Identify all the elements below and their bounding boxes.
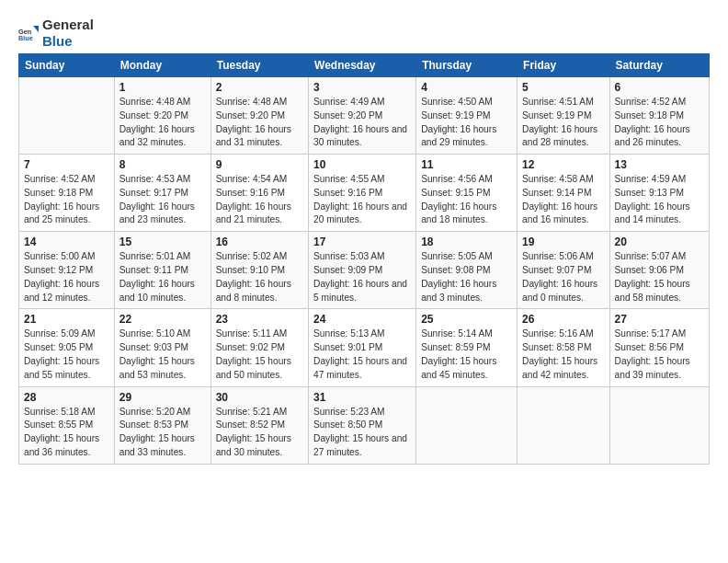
sunrise-line: Sunrise: 5:17 AM bbox=[615, 327, 704, 341]
sunrise-line: Sunrise: 5:23 AM bbox=[313, 406, 411, 419]
daylight-line: Daylight: 15 hours and 42 minutes. bbox=[522, 355, 604, 383]
day-cell: 6 Sunrise: 4:52 AM Sunset: 9:18 PM Dayli… bbox=[609, 77, 709, 155]
logo-text: General Blue bbox=[42, 17, 94, 50]
day-cell bbox=[416, 386, 518, 464]
sunrise-line: Sunrise: 5:01 AM bbox=[119, 250, 206, 264]
day-cell: 7 Sunrise: 4:52 AM Sunset: 9:18 PM Dayli… bbox=[19, 155, 115, 232]
sunset-line: Sunset: 9:16 PM bbox=[216, 187, 303, 201]
date-number: 22 bbox=[119, 313, 206, 326]
date-number: 31 bbox=[313, 391, 411, 404]
sunrise-line: Sunrise: 5:21 AM bbox=[216, 406, 303, 419]
sunrise-line: Sunrise: 4:51 AM bbox=[522, 96, 604, 109]
day-cell: 4 Sunrise: 4:50 AM Sunset: 9:19 PM Dayli… bbox=[416, 77, 518, 155]
daylight-line: Daylight: 16 hours and 18 minutes. bbox=[421, 201, 512, 228]
day-cell: 19 Sunrise: 5:06 AM Sunset: 9:07 PM Dayl… bbox=[518, 232, 609, 309]
date-number: 23 bbox=[216, 313, 303, 326]
day-cell: 31 Sunrise: 5:23 AM Sunset: 8:50 PM Dayl… bbox=[309, 386, 416, 464]
sunrise-line: Sunrise: 4:49 AM bbox=[313, 96, 411, 109]
daylight-line: Daylight: 15 hours and 47 minutes. bbox=[313, 355, 411, 383]
date-number: 7 bbox=[24, 158, 109, 171]
date-number: 15 bbox=[119, 236, 206, 248]
daylight-line: Daylight: 16 hours and 32 minutes. bbox=[119, 123, 206, 151]
daylight-line: Daylight: 16 hours and 3 minutes. bbox=[421, 278, 512, 305]
daylight-line: Daylight: 15 hours and 45 minutes. bbox=[421, 355, 512, 383]
sunset-line: Sunset: 9:05 PM bbox=[24, 341, 109, 355]
date-number: 2 bbox=[216, 81, 303, 94]
sunrise-line: Sunrise: 5:11 AM bbox=[216, 327, 303, 341]
sunset-line: Sunset: 8:56 PM bbox=[615, 341, 704, 355]
sunrise-line: Sunrise: 4:52 AM bbox=[24, 173, 109, 187]
sunrise-line: Sunrise: 4:56 AM bbox=[421, 173, 512, 187]
col-thursday: Thursday bbox=[416, 54, 518, 77]
sunset-line: Sunset: 8:52 PM bbox=[216, 419, 303, 432]
day-cell: 10 Sunrise: 4:55 AM Sunset: 9:16 PM Dayl… bbox=[309, 155, 416, 232]
day-cell: 9 Sunrise: 4:54 AM Sunset: 9:16 PM Dayli… bbox=[210, 155, 308, 232]
sunset-line: Sunset: 9:18 PM bbox=[24, 187, 109, 201]
date-number: 8 bbox=[119, 158, 206, 171]
sunrise-line: Sunrise: 5:13 AM bbox=[313, 327, 411, 341]
day-cell: 1 Sunrise: 4:48 AM Sunset: 9:20 PM Dayli… bbox=[114, 77, 210, 155]
date-number: 19 bbox=[522, 236, 604, 248]
sunset-line: Sunset: 9:14 PM bbox=[522, 187, 604, 201]
date-number: 30 bbox=[216, 391, 303, 404]
calendar-body: 1 Sunrise: 4:48 AM Sunset: 9:20 PM Dayli… bbox=[19, 77, 710, 465]
main-container: Gen Blue General Blue Sunday Monday Tues… bbox=[0, 0, 728, 474]
daylight-line: Daylight: 16 hours and 31 minutes. bbox=[216, 123, 303, 151]
day-cell: 11 Sunrise: 4:56 AM Sunset: 9:15 PM Dayl… bbox=[416, 155, 518, 232]
sunset-line: Sunset: 9:20 PM bbox=[119, 109, 206, 123]
sunrise-line: Sunrise: 4:48 AM bbox=[119, 96, 206, 109]
sunrise-line: Sunrise: 5:09 AM bbox=[24, 327, 109, 341]
sunset-line: Sunset: 9:19 PM bbox=[522, 109, 604, 123]
sunset-line: Sunset: 9:01 PM bbox=[313, 341, 411, 355]
day-cell: 30 Sunrise: 5:21 AM Sunset: 8:52 PM Dayl… bbox=[210, 386, 308, 464]
svg-marker-2 bbox=[33, 26, 39, 32]
day-cell bbox=[609, 386, 709, 464]
day-cell: 29 Sunrise: 5:20 AM Sunset: 8:53 PM Dayl… bbox=[114, 386, 210, 464]
daylight-line: Daylight: 16 hours and 30 minutes. bbox=[313, 123, 411, 151]
sunset-line: Sunset: 8:59 PM bbox=[421, 341, 512, 355]
svg-text:Blue: Blue bbox=[18, 34, 33, 42]
date-number: 18 bbox=[421, 236, 512, 248]
sunrise-line: Sunrise: 4:58 AM bbox=[522, 173, 604, 187]
week-row-4: 28 Sunrise: 5:18 AM Sunset: 8:55 PM Dayl… bbox=[19, 386, 710, 464]
daylight-line: Daylight: 16 hours and 12 minutes. bbox=[24, 278, 109, 305]
daylight-line: Daylight: 15 hours and 58 minutes. bbox=[615, 278, 704, 305]
day-cell: 2 Sunrise: 4:48 AM Sunset: 9:20 PM Dayli… bbox=[210, 77, 308, 155]
date-number: 26 bbox=[522, 313, 604, 326]
sunrise-line: Sunrise: 4:53 AM bbox=[119, 173, 206, 187]
daylight-line: Daylight: 15 hours and 55 minutes. bbox=[24, 355, 109, 383]
header-row: Gen Blue General Blue bbox=[18, 17, 710, 50]
logo-icon: Gen Blue bbox=[18, 23, 39, 43]
date-number: 11 bbox=[421, 158, 512, 171]
sunset-line: Sunset: 9:17 PM bbox=[119, 187, 206, 201]
sunrise-line: Sunrise: 4:50 AM bbox=[421, 96, 512, 109]
day-cell: 26 Sunrise: 5:16 AM Sunset: 8:58 PM Dayl… bbox=[518, 309, 609, 386]
sunset-line: Sunset: 9:03 PM bbox=[119, 341, 206, 355]
header-row-days: Sunday Monday Tuesday Wednesday Thursday… bbox=[19, 54, 710, 77]
sunrise-line: Sunrise: 5:07 AM bbox=[615, 250, 704, 264]
sunrise-line: Sunrise: 5:18 AM bbox=[24, 406, 109, 419]
daylight-line: Daylight: 15 hours and 39 minutes. bbox=[615, 355, 704, 383]
sunrise-line: Sunrise: 4:54 AM bbox=[216, 173, 303, 187]
sunrise-line: Sunrise: 5:05 AM bbox=[421, 250, 512, 264]
daylight-line: Daylight: 15 hours and 36 minutes. bbox=[24, 432, 109, 460]
daylight-line: Daylight: 16 hours and 5 minutes. bbox=[313, 278, 411, 305]
daylight-line: Daylight: 16 hours and 26 minutes. bbox=[615, 123, 704, 151]
date-number: 16 bbox=[216, 236, 303, 248]
week-row-1: 7 Sunrise: 4:52 AM Sunset: 9:18 PM Dayli… bbox=[19, 155, 710, 232]
daylight-line: Daylight: 15 hours and 27 minutes. bbox=[313, 432, 411, 460]
day-cell: 3 Sunrise: 4:49 AM Sunset: 9:20 PM Dayli… bbox=[309, 77, 416, 155]
daylight-line: Daylight: 15 hours and 50 minutes. bbox=[216, 355, 303, 383]
day-cell: 5 Sunrise: 4:51 AM Sunset: 9:19 PM Dayli… bbox=[518, 77, 609, 155]
day-cell: 15 Sunrise: 5:01 AM Sunset: 9:11 PM Dayl… bbox=[114, 232, 210, 309]
sunset-line: Sunset: 9:08 PM bbox=[421, 264, 512, 278]
sunset-line: Sunset: 9:16 PM bbox=[313, 187, 411, 201]
sunset-line: Sunset: 9:07 PM bbox=[522, 264, 604, 278]
day-cell: 13 Sunrise: 4:59 AM Sunset: 9:13 PM Dayl… bbox=[609, 155, 709, 232]
daylight-line: Daylight: 16 hours and 10 minutes. bbox=[119, 278, 206, 305]
sunrise-line: Sunrise: 5:14 AM bbox=[421, 327, 512, 341]
daylight-line: Daylight: 16 hours and 28 minutes. bbox=[522, 123, 604, 151]
date-number: 3 bbox=[313, 81, 411, 94]
logo: Gen Blue General Blue bbox=[18, 17, 94, 50]
sunrise-line: Sunrise: 4:52 AM bbox=[615, 96, 704, 109]
